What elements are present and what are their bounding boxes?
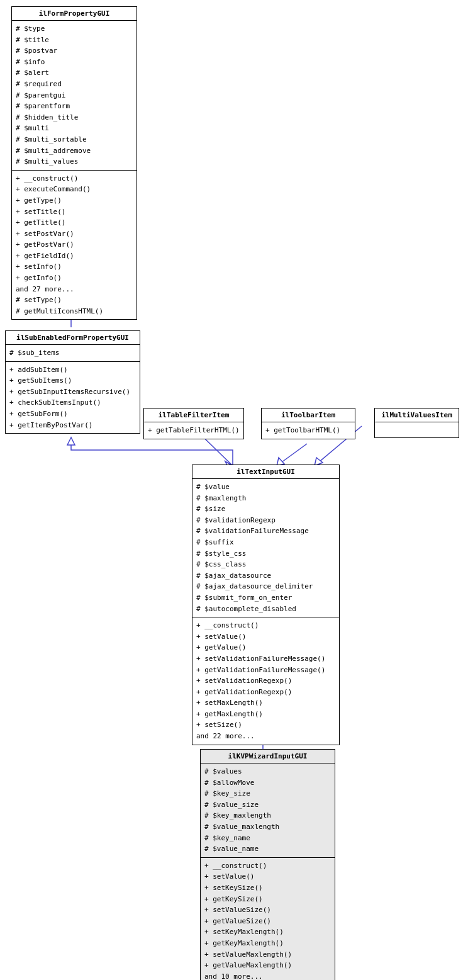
il-sub-enabled-form-property-gui-title: ilSubEnabledFormPropertyGUI bbox=[6, 331, 140, 345]
il-kvp-wizard-input-gui-title: ilKVPWizardInputGUI bbox=[201, 750, 335, 763]
il-multi-values-item-title: ilMultiValuesItem bbox=[375, 408, 459, 422]
il-toolbar-item-box: ilToolbarItem + getToolbarHTML() bbox=[261, 408, 355, 439]
il-text-input-gui-attributes: # $value # $maxlength # $size # $validat… bbox=[192, 479, 339, 617]
svg-marker-2 bbox=[67, 437, 75, 445]
diagram-container: ilFormPropertyGUI # $type # $title # $po… bbox=[0, 0, 468, 980]
il-sub-enabled-form-property-gui-box: ilSubEnabledFormPropertyGUI # $sub_items… bbox=[5, 330, 140, 434]
il-toolbar-item-title: ilToolbarItem bbox=[262, 408, 355, 422]
il-toolbar-item-methods: + getToolbarHTML() bbox=[262, 422, 355, 439]
il-table-filter-item-methods: + getTableFilterHTML() bbox=[144, 422, 243, 439]
il-form-property-gui-methods: + __construct() + executeCommand() + get… bbox=[12, 171, 136, 320]
il-kvp-wizard-methods: + __construct() + setValue() + setKeySiz… bbox=[201, 858, 335, 980]
il-multi-values-item-box: ilMultiValuesItem bbox=[374, 408, 459, 438]
il-sub-enabled-attributes: # $sub_items bbox=[6, 345, 140, 362]
il-text-input-gui-title: ilTextInputGUI bbox=[192, 465, 339, 479]
il-multi-values-item-empty bbox=[375, 422, 459, 437]
svg-line-5 bbox=[277, 444, 307, 466]
il-text-input-gui-methods: + __construct() + setValue() + getValue(… bbox=[192, 617, 339, 745]
il-sub-enabled-methods: + addSubItem() + getSubItems() + getSubI… bbox=[6, 362, 140, 434]
il-kvp-wizard-attributes: # $values # $allowMove # $key_size # $va… bbox=[201, 763, 335, 858]
il-form-property-gui-box: ilFormPropertyGUI # $type # $title # $po… bbox=[11, 6, 137, 320]
il-kvp-wizard-input-gui-box: ilKVPWizardInputGUI # $values # $allowMo… bbox=[200, 749, 335, 980]
il-form-property-gui-attributes: # $type # $title # $postvar # $info # $a… bbox=[12, 21, 136, 171]
il-text-input-gui-box: ilTextInputGUI # $value # $maxlength # $… bbox=[192, 465, 340, 745]
il-table-filter-item-box: ilTableFilterItem + getTableFilterHTML() bbox=[143, 408, 244, 439]
il-form-property-gui-title: ilFormPropertyGUI bbox=[12, 7, 136, 21]
il-table-filter-item-title: ilTableFilterItem bbox=[144, 408, 243, 422]
